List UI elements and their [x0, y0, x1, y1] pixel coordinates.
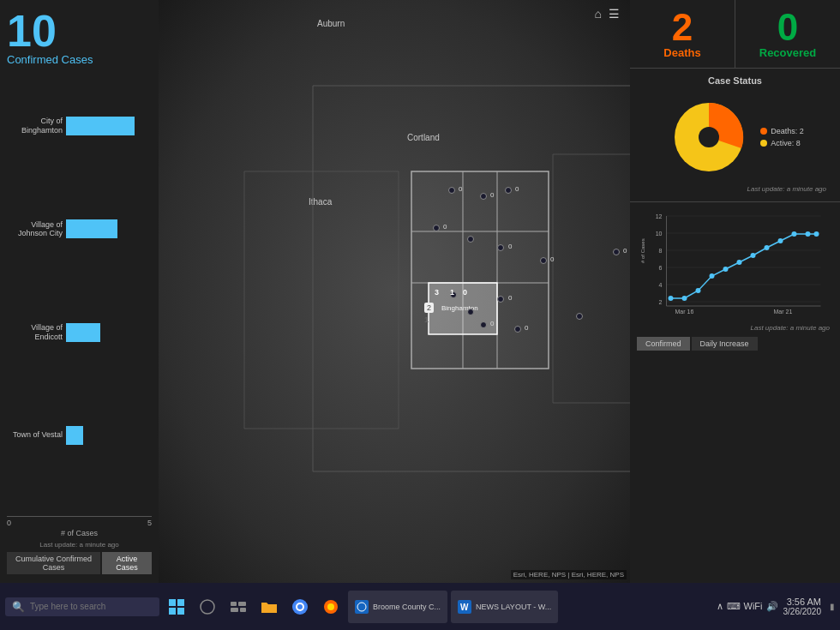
browser-icon [355, 600, 369, 614]
confirmed-label: Confirmed Cases [7, 53, 152, 66]
taskbar-search-icon[interactable] [194, 593, 221, 621]
bar-row: Village of Endicott2 [7, 323, 152, 342]
dashboard: 10 Confirmed Cases City of Binghamton4Vi… [0, 0, 840, 583]
tray-wifi-icon[interactable]: WiFi [744, 601, 763, 612]
svg-rect-8 [641, 207, 830, 319]
svg-point-33 [765, 245, 770, 250]
svg-text:Mar 21: Mar 21 [774, 309, 793, 315]
folder-icon [261, 599, 278, 615]
bar-label: Village of Endicott [7, 323, 63, 342]
map-dot-label-1: 0 [459, 185, 462, 193]
date-display: 3/26/2020 [783, 607, 822, 616]
map-area: ⌂ ☰ Auburn Cortland Ithaca Oneonta Bingh… [159, 0, 630, 583]
legend-active-label: Active: 8 [771, 139, 801, 147]
svg-text:Mar 16: Mar 16 [675, 309, 694, 315]
tray-arrow-icon[interactable]: ∧ [717, 601, 723, 612]
recovered-label: Recovered [746, 46, 830, 59]
region-num-1: 3 [435, 288, 439, 297]
chart-tabs: Confirmed Daily Increase [637, 337, 833, 351]
taskbar: 🔍 [0, 583, 840, 630]
bar-row: Town of Vestal1 [7, 426, 152, 445]
task-view-icon [231, 602, 246, 612]
tray-volume-icon[interactable]: 🔊 [766, 601, 778, 612]
map-dot-7 [540, 257, 547, 264]
taskbar-chrome-icon[interactable] [286, 593, 314, 621]
taskbar-search-circle-icon [200, 599, 215, 615]
svg-rect-52 [355, 600, 369, 614]
svg-point-32 [751, 253, 756, 258]
confirmed-count: 10 [7, 9, 152, 53]
bar-container: 4 [66, 117, 152, 135]
system-tray[interactable]: 3:56 AM 3/26/2020 [783, 597, 822, 616]
taskbar-file-explorer-icon[interactable] [255, 593, 283, 621]
x-axis-title: # of Cases [7, 529, 152, 537]
svg-point-34 [778, 238, 783, 243]
deaths-stat: 2 Deaths [630, 0, 735, 68]
map-dot-11 [480, 321, 487, 328]
show-desktop-icon[interactable]: ▮ [830, 602, 835, 611]
svg-rect-43 [231, 602, 237, 606]
taskbar-app-word[interactable]: W NEWS LAYOUT - W... [451, 591, 558, 623]
tab-active[interactable]: Active Cases [102, 552, 152, 574]
axis-end: 5 [147, 519, 152, 527]
svg-point-35 [792, 231, 797, 237]
bar-fill [66, 323, 100, 342]
svg-rect-46 [240, 608, 246, 612]
pie-container: Deaths: 2 Active: 8 [640, 91, 830, 183]
map-dot-label-8: 0 [623, 247, 627, 255]
bar-row: City of Binghamton4 [7, 117, 152, 135]
taskbar-windows-icon[interactable] [163, 593, 190, 621]
map-dot-label-6: 0 [508, 243, 512, 250]
map-dot-13 [576, 313, 583, 320]
svg-text:12: 12 [656, 213, 663, 219]
svg-text:8: 8 [659, 248, 663, 254]
word-icon: W [458, 600, 471, 614]
deaths-label: Deaths [640, 46, 724, 59]
svg-point-49 [297, 604, 303, 609]
svg-text:2: 2 [659, 299, 663, 305]
map-dot-3 [505, 187, 512, 194]
line-chart-svg: 12 10 8 6 4 2 # of Cases Mar 16 Mar 21 [637, 207, 833, 319]
legend-deaths: Deaths: 2 [760, 127, 804, 135]
map-dot-label-10: 0 [508, 294, 512, 302]
taskbar-right: ∧ ⌨ WiFi 🔊 3:56 AM 3/26/2020 ▮ [717, 597, 836, 616]
map-dot-label-11: 0 [490, 320, 494, 327]
svg-point-37 [814, 231, 819, 237]
chart-tab-bar: Cumulative Confirmed Cases Active Cases [7, 552, 152, 574]
tab-cumulative[interactable]: Cumulative Confirmed Cases [7, 552, 100, 574]
deaths-count: 2 [640, 9, 724, 46]
map-dot-10 [497, 296, 504, 303]
svg-rect-0 [411, 171, 549, 369]
svg-text:4: 4 [659, 282, 663, 288]
left-last-update: Last update: a minute ago [7, 541, 152, 549]
bar-label: Town of Vestal [7, 430, 63, 440]
tab-daily-increase[interactable]: Daily Increase [692, 337, 758, 351]
search-icon: 🔍 [12, 601, 25, 613]
search-bar[interactable]: 🔍 [5, 597, 159, 616]
pie-chart [666, 94, 752, 180]
map-dot-4 [433, 225, 440, 231]
svg-point-26 [669, 296, 674, 301]
right-panel: 2 Deaths 0 Recovered Case Status [630, 0, 840, 583]
case-status-title: Case Status [640, 75, 830, 86]
chrome-icon [291, 598, 309, 615]
map-dot-8 [613, 249, 620, 255]
legend-active-dot [760, 140, 767, 147]
bar-label: City of Binghamton [7, 117, 63, 135]
map-dot-12 [514, 326, 521, 333]
taskbar-app-broome[interactable]: Broome County C... [348, 591, 447, 623]
map-dot-9 [467, 309, 474, 315]
map-dot-6 [497, 244, 504, 251]
svg-point-28 [696, 288, 701, 293]
map-dot-label-3: 0 [515, 185, 519, 193]
tab-confirmed[interactable]: Confirmed [637, 337, 690, 351]
windows-logo-icon [169, 599, 184, 615]
legend-deaths-dot [760, 128, 767, 135]
svg-point-30 [723, 267, 729, 272]
taskbar-firefox-icon[interactable] [317, 593, 345, 621]
svg-rect-38 [169, 599, 176, 606]
map-dot-label-4: 0 [443, 223, 447, 231]
taskbar-task-view-icon[interactable] [225, 593, 252, 621]
search-input[interactable] [30, 602, 141, 611]
recovered-stat: 0 Recovered [735, 0, 840, 68]
